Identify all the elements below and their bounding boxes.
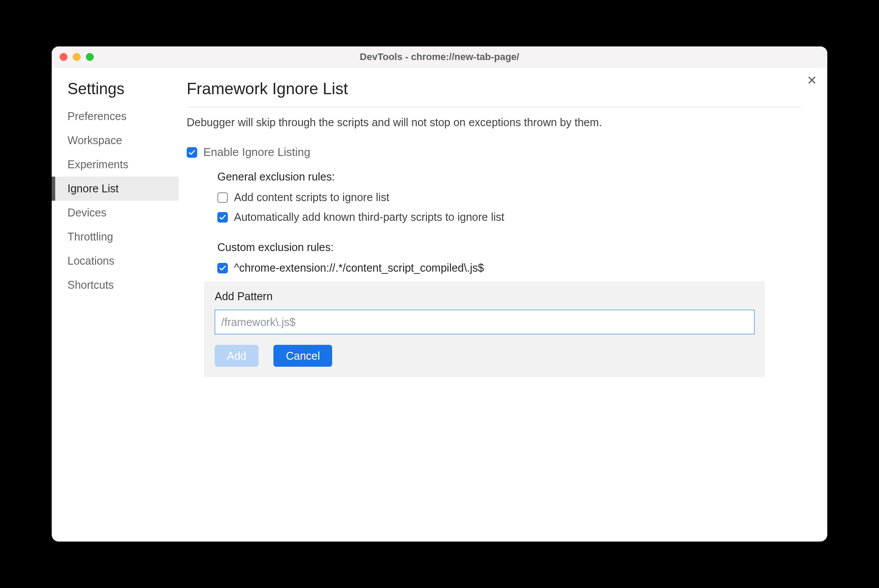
close-icon[interactable]: ✕ xyxy=(807,74,817,87)
general-exclusion-section: General exclusion rules: Add content scr… xyxy=(217,170,801,274)
minimize-window-button[interactable] xyxy=(73,53,81,61)
general-exclusion-label: General exclusion rules: xyxy=(217,170,801,183)
enable-ignore-listing-label: Enable Ignore Listing xyxy=(203,145,310,159)
custom-rule-0-checkbox[interactable] xyxy=(217,263,228,273)
settings-main: Framework Ignore List Debugger will skip… xyxy=(179,67,827,542)
sidebar-item-workspace[interactable]: Workspace xyxy=(52,128,179,152)
traffic-lights xyxy=(60,53,94,61)
add-pattern-panel: Add Pattern Add Cancel xyxy=(204,281,765,377)
enable-ignore-listing-row: Enable Ignore Listing xyxy=(187,145,801,159)
third-party-checkbox[interactable] xyxy=(217,212,228,223)
sidebar-item-ignore-list[interactable]: Ignore List xyxy=(52,177,179,201)
cancel-button[interactable]: Cancel xyxy=(273,345,332,367)
custom-exclusion-label: Custom exclusion rules: xyxy=(217,241,801,254)
custom-rule-0: ^chrome-extension://.*/content_script_co… xyxy=(217,262,801,274)
third-party-label: Automatically add known third-party scri… xyxy=(234,211,504,223)
sidebar-item-devices[interactable]: Devices xyxy=(52,201,179,225)
devtools-settings-window: DevTools - chrome://new-tab-page/ ✕ Sett… xyxy=(52,46,827,542)
pattern-input[interactable] xyxy=(215,310,755,334)
enable-ignore-listing-checkbox[interactable] xyxy=(187,147,197,158)
add-pattern-button-row: Add Cancel xyxy=(215,345,755,367)
add-pattern-label: Add Pattern xyxy=(215,290,755,303)
sidebar-item-experiments[interactable]: Experiments xyxy=(52,152,179,177)
content-scripts-label: Add content scripts to ignore list xyxy=(234,191,389,204)
sidebar-item-shortcuts[interactable]: Shortcuts xyxy=(52,273,179,297)
general-rule-content-scripts: Add content scripts to ignore list xyxy=(217,191,801,204)
maximize-window-button[interactable] xyxy=(86,53,94,61)
sidebar-item-preferences[interactable]: Preferences xyxy=(52,104,179,128)
sidebar-item-throttling[interactable]: Throttling xyxy=(52,225,179,249)
add-button[interactable]: Add xyxy=(215,345,259,367)
titlebar: DevTools - chrome://new-tab-page/ xyxy=(52,46,827,67)
settings-sidebar: Settings Preferences Workspace Experimen… xyxy=(52,67,179,542)
sidebar-title: Settings xyxy=(52,80,179,104)
settings-body: ✕ Settings Preferences Workspace Experim… xyxy=(52,67,827,542)
custom-rule-0-pattern: ^chrome-extension://.*/content_script_co… xyxy=(234,262,484,274)
page-title: Framework Ignore List xyxy=(187,80,801,107)
content-scripts-checkbox[interactable] xyxy=(217,192,228,203)
window-title: DevTools - chrome://new-tab-page/ xyxy=(52,51,827,63)
close-window-button[interactable] xyxy=(60,53,67,61)
general-rule-third-party: Automatically add known third-party scri… xyxy=(217,211,801,223)
page-description: Debugger will skip through the scripts a… xyxy=(187,116,801,129)
sidebar-item-locations[interactable]: Locations xyxy=(52,249,179,273)
